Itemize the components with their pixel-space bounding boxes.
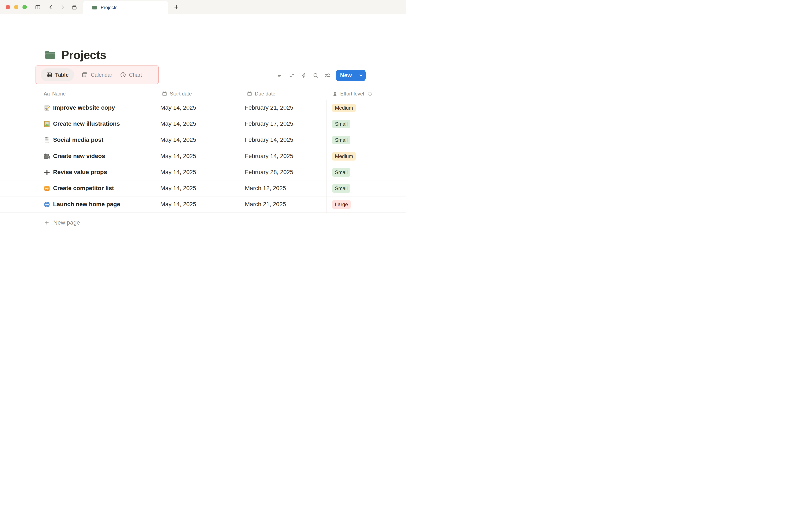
row-start-date[interactable]: May 14, 2025 [160,180,196,196]
table-row[interactable]: Social media postMay 14, 2025February 14… [0,132,406,148]
new-button-label[interactable]: New [336,70,356,81]
page-header: Projects [44,48,106,62]
table-grid-icon [46,72,52,78]
filter-icon[interactable] [277,72,283,78]
filter-glyph [277,72,283,78]
view-tab-label: Chart [129,72,142,78]
row-name[interactable]: Create competitor list [53,180,114,196]
folder-icon[interactable] [44,49,57,61]
view-tab-calendar[interactable]: Calendar [82,72,112,78]
tab-title: Projects [101,5,117,10]
column-header-name[interactable]: Aa Name [44,88,66,100]
sidebar-toggle-icon[interactable] [35,4,41,10]
row-start-date[interactable]: May 14, 2025 [160,132,196,148]
row-due-date[interactable]: February 14, 2025 [245,132,293,148]
view-settings-icon[interactable] [324,72,331,78]
view-tabs: TableCalendarChart [41,68,142,81]
memo-glyph [44,105,50,111]
chevron-down-icon[interactable] [356,70,366,81]
new-tab-button[interactable] [173,4,179,10]
new-page-row[interactable]: New page [0,213,406,233]
plus-icon [44,220,49,225]
column-label: Due date [255,91,275,97]
row-start-date[interactable]: May 14, 2025 [160,196,196,212]
database-toolbar: New [277,70,366,81]
tab-stack-icon[interactable] [71,4,77,10]
traffic-light-close[interactable] [6,5,10,9]
row-start-date[interactable]: May 14, 2025 [160,116,196,131]
table-row[interactable]: Revise value propsMay 14, 2025February 2… [0,164,406,180]
column-label: Name [52,91,66,97]
effort-badge[interactable]: Medium [332,152,356,161]
traffic-light-minimize[interactable] [14,5,18,9]
row-due-date[interactable]: February 21, 2025 [245,100,293,116]
notepad-glyph [44,137,50,144]
row-name[interactable]: Create new videos [53,148,105,164]
folder-icon [92,5,97,10]
globe-icon [44,201,50,208]
row-due-date[interactable]: February 17, 2025 [245,116,293,131]
effort-badge[interactable]: Medium [332,104,356,112]
hourglass-icon [332,91,338,97]
forward-icon[interactable] [60,4,65,10]
row-start-date[interactable]: May 14, 2025 [160,164,196,180]
new-page-label: New page [53,219,80,226]
new-button[interactable]: New [336,70,366,81]
globe-glyph [44,201,50,208]
view-tabs-highlight: TableCalendarChart [36,65,159,84]
page-title[interactable]: Projects [61,48,106,62]
effort-badge[interactable]: Small [332,136,350,144]
vs-glyph [44,185,50,192]
table-row[interactable]: Create new videosMay 14, 2025February 14… [0,148,406,164]
row-due-date[interactable]: February 28, 2025 [245,164,293,180]
view-tab-table[interactable]: Table [41,68,74,81]
sort-glyph [289,72,295,78]
row-start-date[interactable]: May 14, 2025 [160,148,196,164]
row-due-date[interactable]: February 14, 2025 [245,148,293,164]
tab-projects[interactable]: Projects [83,1,168,14]
search-glyph [313,72,319,78]
info-icon[interactable] [367,92,372,96]
effort-badge[interactable]: Small [332,184,350,193]
table-row[interactable]: Create competitor listMay 14, 2025March … [0,180,406,196]
view-settings-glyph [324,72,331,78]
plus-bold-icon [44,169,50,176]
column-label: Start date [170,91,192,97]
effort-badge[interactable]: Small [332,120,350,128]
row-name[interactable]: Social media post [53,132,103,148]
text-property-icon: Aa [44,91,50,97]
column-label: Effort level [340,91,364,97]
row-start-date[interactable]: May 14, 2025 [160,100,196,116]
row-name[interactable]: Revise value props [53,164,107,180]
row-due-date[interactable]: March 21, 2025 [245,196,286,212]
search-icon[interactable] [313,72,319,78]
view-tab-label: Table [55,72,68,78]
table-header-row: Aa Name Start date Due date Effort level [0,88,406,100]
picture-icon [44,121,50,127]
row-name[interactable]: Create new illustrations [53,116,120,131]
movie-camera-glyph [44,153,50,160]
column-header-due-date[interactable]: Due date [247,88,275,100]
automation-bolt-glyph [301,72,307,78]
row-due-date[interactable]: March 12, 2025 [245,180,286,196]
effort-badge[interactable]: Large [332,200,351,209]
automation-bolt-icon[interactable] [301,72,307,78]
movie-camera-icon [44,153,50,160]
effort-badge[interactable]: Small [332,168,350,177]
column-header-start-date[interactable]: Start date [162,88,192,100]
memo-icon [44,105,50,111]
picture-glyph [44,121,50,127]
table-row[interactable]: Create new illustrationsMay 14, 2025Febr… [0,116,406,132]
column-header-effort-level[interactable]: Effort level [332,88,372,100]
table-row[interactable]: Launch new home pageMay 14, 2025March 21… [0,196,406,213]
calendar-icon [247,91,252,97]
notion-window: Projects Projects TableCalendarChart New… [0,0,406,253]
calendar-icon [162,91,167,97]
view-tab-chart[interactable]: Chart [120,72,142,78]
row-name[interactable]: Launch new home page [53,196,120,212]
row-name[interactable]: Improve website copy [53,100,115,116]
table-row[interactable]: Improve website copyMay 14, 2025February… [0,100,406,116]
sort-icon[interactable] [289,72,295,78]
back-icon[interactable] [48,4,54,10]
traffic-light-zoom[interactable] [22,5,27,9]
